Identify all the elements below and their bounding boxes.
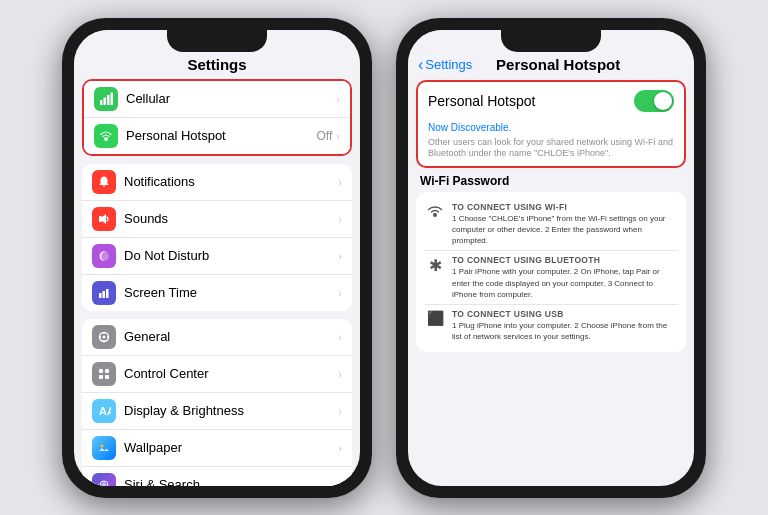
- settings-row-cellular[interactable]: Cellular ›: [84, 81, 350, 118]
- back-chevron-icon: ‹: [418, 56, 423, 74]
- settings-row-notifications[interactable]: Notifications ›: [82, 164, 352, 201]
- siri-icon: [92, 473, 116, 486]
- wifi-connect-desc: 1 Choose "CHLOE's iPhone" from the Wi-Fi…: [452, 213, 678, 247]
- bluetooth-connect-title: TO CONNECT USING BLUETOOTH: [452, 255, 678, 265]
- connect-item-usb: ⬛ TO CONNECT USING USB 1 Plug iPhone int…: [424, 305, 678, 346]
- settings-group-notifications: Notifications › Sounds: [82, 164, 352, 311]
- dnd-chevron: ›: [338, 250, 342, 262]
- hotspot-toggle-group: Personal Hotspot Now Discoverable. Other…: [416, 80, 686, 168]
- siri-chevron: ›: [338, 479, 342, 486]
- discoverable-text: Now Discoverable.: [418, 120, 684, 137]
- screentime-chevron: ›: [338, 287, 342, 299]
- svg-rect-17: [99, 375, 103, 379]
- svg-rect-15: [99, 369, 103, 373]
- cellular-icon: [94, 87, 118, 111]
- settings-group-general: General ›: [82, 319, 352, 486]
- display-chevron: ›: [338, 405, 342, 417]
- controlcenter-icon: [92, 362, 116, 386]
- usb-connect-icon: ⬛: [424, 310, 446, 326]
- settings-row-dnd[interactable]: Do Not Disturb ›: [82, 238, 352, 275]
- sounds-icon: [92, 207, 116, 231]
- dnd-icon: [92, 244, 116, 268]
- settings-row-screentime[interactable]: Screen Time ›: [82, 275, 352, 311]
- settings-row-hotspot[interactable]: Personal Hotspot Off ›: [84, 118, 350, 154]
- connect-methods-group: TO CONNECT USING WI-FI 1 Choose "CHLOE's…: [416, 192, 686, 353]
- svg-point-26: [433, 213, 437, 217]
- hotspot-screen-container: ‹ Settings Personal Hotspot Personal Hot…: [408, 30, 694, 486]
- svg-rect-2: [107, 95, 110, 105]
- settings-screen: Settings: [74, 30, 360, 486]
- usb-connect-desc: 1 Plug iPhone into your computer. 2 Choo…: [452, 320, 678, 342]
- cellular-label: Cellular: [126, 91, 336, 106]
- svg-point-4: [104, 137, 108, 141]
- svg-text:AA: AA: [99, 405, 111, 417]
- controlcenter-label: Control Center: [124, 366, 338, 381]
- svg-rect-16: [105, 369, 109, 373]
- display-label: Display & Brightness: [124, 403, 338, 418]
- display-icon: AA: [92, 399, 116, 423]
- notifications-icon: [92, 170, 116, 194]
- screentime-icon: [92, 281, 116, 305]
- controlcenter-chevron: ›: [338, 368, 342, 380]
- wallpaper-label: Wallpaper: [124, 440, 338, 455]
- svg-rect-0: [100, 100, 103, 105]
- hotspot-value: Off: [317, 129, 333, 143]
- settings-list: Cellular › Personal Hotsp: [74, 79, 360, 486]
- cellular-chevron: ›: [336, 93, 340, 105]
- settings-phone: Settings: [62, 18, 372, 498]
- svg-rect-7: [103, 291, 106, 298]
- bluetooth-connect-desc: 1 Pair iPhone with your computer. 2 On i…: [452, 266, 678, 300]
- svg-rect-3: [111, 92, 114, 105]
- dnd-label: Do Not Disturb: [124, 248, 338, 263]
- sounds-label: Sounds: [124, 211, 338, 226]
- wallpaper-icon: [92, 436, 116, 460]
- hotspot-toggle-label: Personal Hotspot: [428, 93, 634, 109]
- wifi-connect-icon: [424, 203, 446, 220]
- hotspot-notch: [501, 30, 601, 52]
- svg-point-10: [103, 335, 106, 338]
- hotspot-label: Personal Hotspot: [126, 128, 317, 143]
- svg-rect-6: [99, 293, 102, 298]
- discoverable-desc: Other users can look for your shared net…: [418, 137, 684, 166]
- hotspot-toggle[interactable]: [634, 90, 674, 112]
- phones-container: Settings: [62, 18, 706, 498]
- bluetooth-connect-icon: ✱: [424, 256, 446, 275]
- hotspot-chevron: ›: [336, 130, 340, 142]
- settings-row-sounds[interactable]: Sounds ›: [82, 201, 352, 238]
- back-label: Settings: [425, 57, 472, 72]
- hotspot-toggle-row[interactable]: Personal Hotspot: [418, 82, 684, 120]
- wifi-password-header: Wi-Fi Password: [416, 174, 686, 192]
- general-label: General: [124, 329, 338, 344]
- screentime-label: Screen Time: [124, 285, 338, 300]
- wifi-password-section: Wi-Fi Password: [416, 174, 686, 353]
- usb-connect-title: TO CONNECT USING USB: [452, 309, 678, 319]
- svg-rect-1: [104, 97, 107, 105]
- hotspot-phone: ‹ Settings Personal Hotspot Personal Hot…: [396, 18, 706, 498]
- notifications-chevron: ›: [338, 176, 342, 188]
- svg-rect-5: [99, 216, 102, 222]
- settings-row-siri[interactable]: Siri & Search ›: [82, 467, 352, 486]
- siri-label: Siri & Search: [124, 477, 338, 486]
- connect-item-bluetooth: ✱ TO CONNECT USING BLUETOOTH 1 Pair iPho…: [424, 251, 678, 305]
- back-button[interactable]: ‹ Settings: [418, 56, 472, 74]
- svg-rect-8: [106, 289, 109, 298]
- notifications-label: Notifications: [124, 174, 338, 189]
- svg-rect-18: [105, 375, 109, 379]
- bluetooth-connect-text: TO CONNECT USING BLUETOOTH 1 Pair iPhone…: [452, 255, 678, 300]
- connect-item-wifi: TO CONNECT USING WI-FI 1 Choose "CHLOE's…: [424, 198, 678, 252]
- svg-point-20: [101, 444, 104, 447]
- hotspot-nav-title: Personal Hotspot: [472, 56, 644, 73]
- general-icon: [92, 325, 116, 349]
- general-chevron: ›: [338, 331, 342, 343]
- hotspot-icon: [94, 124, 118, 148]
- wifi-connect-text: TO CONNECT USING WI-FI 1 Choose "CHLOE's…: [452, 202, 678, 247]
- notch: [167, 30, 267, 52]
- settings-group-cellular: Cellular › Personal Hotsp: [82, 79, 352, 156]
- usb-connect-text: TO CONNECT USING USB 1 Plug iPhone into …: [452, 309, 678, 342]
- hotspot-content: Personal Hotspot Now Discoverable. Other…: [408, 80, 694, 486]
- settings-row-wallpaper[interactable]: Wallpaper ›: [82, 430, 352, 467]
- settings-row-display[interactable]: AA Display & Brightness ›: [82, 393, 352, 430]
- wallpaper-chevron: ›: [338, 442, 342, 454]
- settings-row-general[interactable]: General ›: [82, 319, 352, 356]
- settings-row-controlcenter[interactable]: Control Center ›: [82, 356, 352, 393]
